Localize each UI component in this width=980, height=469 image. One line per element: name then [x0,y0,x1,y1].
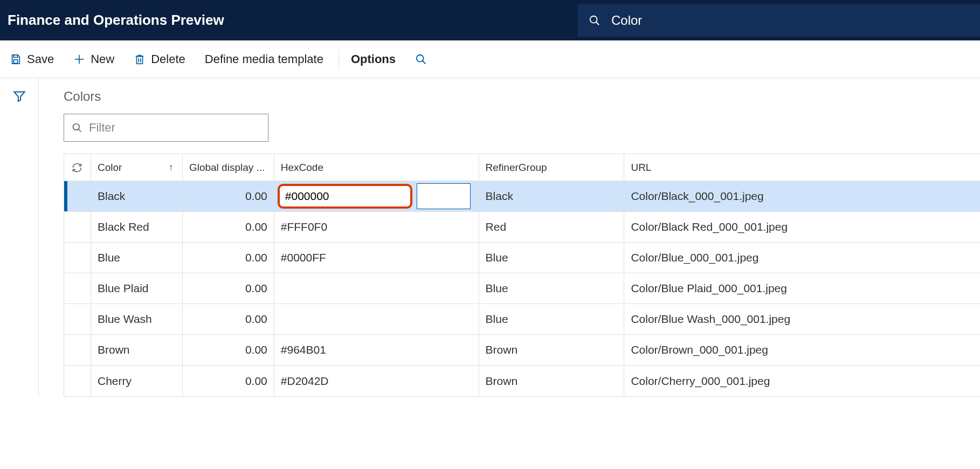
refresh-button[interactable] [64,154,91,181]
command-bar: Save New Delete Define media template Op… [0,40,980,78]
svg-line-12 [79,129,81,132]
cell-url[interactable]: Color/Brown_000_001.jpeg [624,335,980,365]
column-label: Color [98,162,122,174]
column-label: Global display ... [189,162,265,174]
plus-icon [73,53,85,65]
cell-global-display-order[interactable]: 0.00 [183,273,274,304]
cell-hexcode[interactable]: #D2042D [274,365,479,396]
row-selector[interactable] [64,365,91,396]
table-row[interactable]: Blue0.00#0000FFBlueColor/Blue_000_001.jp… [64,243,980,273]
table-row[interactable]: Blue Wash0.00BlueColor/Blue Wash_000_001… [64,304,980,335]
cell-hexcode[interactable]: #0000FF [274,243,479,273]
svg-rect-3 [13,59,17,63]
trash-icon [134,53,146,65]
cell-url[interactable]: Color/Black Red_000_001.jpeg [624,212,980,242]
row-selector[interactable] [64,335,91,365]
row-selector[interactable] [64,304,91,334]
cell-color[interactable]: Blue [91,243,183,273]
cell-refiner-group[interactable]: Black [479,181,625,211]
cell-global-display-order[interactable]: 0.00 [183,181,274,211]
table-row[interactable]: Cherry0.00#D2042DBrownColor/Cherry_000_0… [64,365,980,396]
grid-body: Black0.00BlackColor/Black_000_001.jpegBl… [64,181,980,396]
cell-refiner-group[interactable]: Blue [479,304,625,334]
filter-icon[interactable] [12,89,26,103]
row-selector[interactable] [64,181,91,211]
cell-hexcode[interactable] [274,273,479,304]
svg-line-10 [423,60,426,64]
row-selector[interactable] [64,273,91,304]
grid-header: Color ↑ Global display ... HexCode Refin… [64,154,980,181]
svg-point-0 [590,16,597,23]
svg-rect-2 [13,54,17,57]
define-media-template-button[interactable]: Define media template [203,49,326,70]
cell-global-display-order[interactable]: 0.00 [183,365,274,396]
cell-global-display-order[interactable]: 0.00 [183,304,274,334]
options-label: Options [351,52,396,66]
cell-color[interactable]: Black [91,181,183,211]
cell-color[interactable]: Brown [91,335,183,365]
svg-rect-6 [137,56,143,64]
search-icon [589,15,601,26]
table-row[interactable]: Brown0.00#964B01BrownColor/Brown_000_001… [64,335,980,365]
save-label: Save [27,52,54,66]
cell-url[interactable]: Color/Blue_000_001.jpeg [624,243,980,273]
define-media-template-label: Define media template [205,52,323,66]
cell-url[interactable]: Color/Cherry_000_001.jpeg [624,365,980,396]
row-selector[interactable] [64,212,91,242]
column-label: HexCode [281,162,323,174]
search-input[interactable] [611,13,969,28]
sort-asc-icon: ↑ [168,162,174,174]
cell-color[interactable]: Black Red [91,212,183,242]
column-header-color[interactable]: Color ↑ [91,154,183,181]
cell-hexcode[interactable]: #FFF0F0 [274,212,479,242]
cell-refiner-group[interactable]: Blue [479,243,625,273]
adjacent-cell-focus[interactable] [417,183,471,209]
delete-button[interactable]: Delete [132,49,188,70]
main-area: Colors Color ↑ Global display ... [39,78,980,397]
search-icon [415,53,427,65]
column-header-url[interactable]: URL [624,154,980,181]
save-button[interactable]: Save [8,49,56,70]
left-rail [0,78,39,397]
search-box[interactable] [578,4,980,37]
hexcode-input[interactable] [278,184,412,209]
cell-color[interactable]: Cherry [91,365,183,396]
cell-color[interactable]: Blue Wash [91,304,183,334]
cell-refiner-group[interactable]: Brown [479,365,625,396]
table-row[interactable]: Black Red0.00#FFF0F0RedColor/Black Red_0… [64,212,980,243]
column-header-hexcode[interactable]: HexCode [274,154,479,181]
options-button[interactable]: Options [339,49,398,70]
row-selector[interactable] [64,243,91,273]
cell-global-display-order[interactable]: 0.00 [183,243,274,273]
grid-filter-input[interactable] [89,121,260,135]
new-label: New [91,52,114,66]
table-row[interactable]: Blue Plaid0.00BlueColor/Blue Plaid_000_0… [64,273,980,304]
column-header-global-display-order[interactable]: Global display ... [183,154,274,181]
svg-line-1 [596,22,599,25]
svg-point-9 [417,54,424,61]
search-icon [72,122,82,133]
svg-point-11 [73,124,80,130]
find-button[interactable] [413,50,429,68]
cell-hexcode[interactable]: #964B01 [274,335,479,365]
data-grid: Color ↑ Global display ... HexCode Refin… [64,154,980,397]
cell-url[interactable]: Color/Blue Plaid_000_001.jpeg [624,273,980,304]
cell-color[interactable]: Blue Plaid [91,273,183,304]
cell-refiner-group[interactable]: Blue [479,273,625,304]
grid-filter[interactable] [64,114,268,142]
table-row[interactable]: Black0.00BlackColor/Black_000_001.jpeg [64,181,980,212]
new-button[interactable]: New [71,49,116,70]
cell-hexcode[interactable] [274,304,479,334]
cell-global-display-order[interactable]: 0.00 [183,212,274,242]
column-header-refiner-group[interactable]: RefinerGroup [479,154,625,181]
cell-global-display-order[interactable]: 0.00 [183,335,274,365]
cell-refiner-group[interactable]: Red [479,212,625,242]
cell-url[interactable]: Color/Blue Wash_000_001.jpeg [624,304,980,334]
app-header: Finance and Operations Preview [0,0,980,40]
page-title: Colors [64,89,980,104]
cell-url[interactable]: Color/Black_000_001.jpeg [624,181,980,211]
column-label: URL [631,162,651,174]
cell-hexcode[interactable] [274,181,479,211]
cell-refiner-group[interactable]: Brown [479,335,625,365]
content-region: Colors Color ↑ Global display ... [0,78,980,397]
